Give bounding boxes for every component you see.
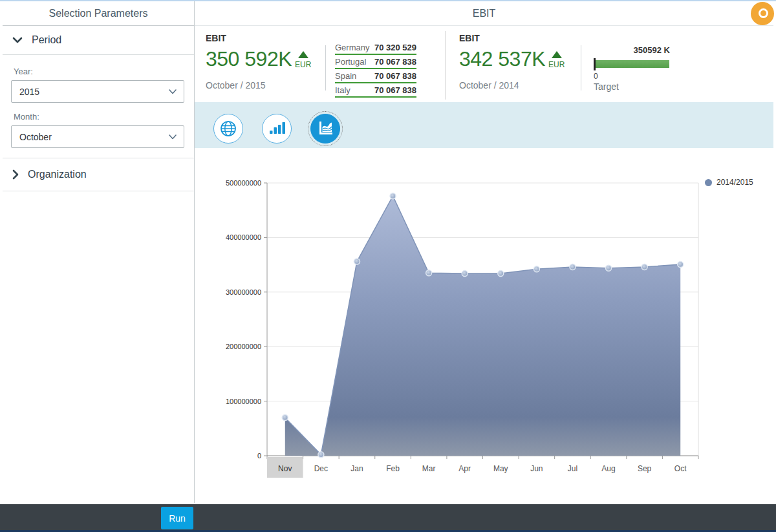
country-row: Portugal70 067 838 <box>335 57 416 69</box>
kpi-title: EBIT <box>206 33 226 43</box>
globe-icon <box>219 120 237 138</box>
chart-region: 0100000000200000000300000000400000000500… <box>195 149 773 503</box>
data-point <box>498 271 504 277</box>
run-button[interactable]: Run <box>161 507 193 529</box>
selection-parameters-panel: Selection Parameters Period Year: 2015 M… <box>3 1 195 503</box>
trend-up-icon <box>298 51 308 58</box>
x-axis-label: Feb <box>386 464 400 473</box>
kpi-subtitle: October / 2014 <box>459 80 519 90</box>
x-axis-label: Jun <box>530 464 543 473</box>
section-period-label: Period <box>32 34 61 46</box>
chart-legend[interactable]: 2014/2015 <box>705 178 753 187</box>
kpi-value: 342 537K <box>459 48 545 70</box>
window-border-top <box>0 0 776 1</box>
x-axis-label: Mar <box>422 464 436 473</box>
month-label: Month: <box>14 112 186 122</box>
kpi-unit: EUR <box>295 60 311 69</box>
data-point <box>390 193 396 199</box>
month-select-value: October <box>19 132 52 142</box>
ebit-area-chart[interactable]: 0100000000200000000300000000400000000500… <box>213 165 731 495</box>
avatar-ring-icon <box>759 8 768 18</box>
country-row: Spain70 067 838 <box>335 71 416 83</box>
svg-text:400000000: 400000000 <box>226 233 261 241</box>
data-point <box>462 271 468 277</box>
page-title: EBIT <box>473 8 496 19</box>
tab-area-chart-view[interactable] <box>310 114 340 144</box>
x-axis-label: May <box>493 464 508 473</box>
country-name: Italy <box>335 85 350 95</box>
country-value: 70 067 838 <box>374 85 416 95</box>
x-axis-label: Sep <box>638 464 652 473</box>
sidebar-title: Selection Parameters <box>3 1 194 26</box>
data-point <box>534 266 539 272</box>
main-header: EBIT <box>195 1 773 26</box>
section-organization-toggle[interactable]: Organization <box>3 158 194 191</box>
country-name: Spain <box>335 71 356 81</box>
data-point <box>570 264 576 270</box>
kpi-unit: EUR <box>548 60 565 69</box>
bullet-track <box>594 58 671 70</box>
kpi-value: 350 592K <box>206 48 292 70</box>
window-border-right <box>773 0 776 532</box>
chevron-right-icon <box>12 169 19 180</box>
target-bullet-chart: 350592 K 0 Target <box>594 45 671 92</box>
bullet-value-label: 350592 K <box>594 45 670 55</box>
window-border-left <box>0 0 3 532</box>
kpi-tile-2015[interactable]: EBIT 350 592K EUR October / 2015 Germany… <box>195 26 445 103</box>
bar-chart-icon <box>268 120 286 138</box>
bullet-bar <box>596 60 669 68</box>
x-axis-label: Nov <box>278 464 292 473</box>
svg-text:0: 0 <box>257 452 261 460</box>
tab-bar-chart-view[interactable] <box>262 114 292 144</box>
svg-text:200000000: 200000000 <box>226 343 261 350</box>
chevron-down-icon <box>169 89 177 94</box>
kpi-row: EBIT 350 592K EUR October / 2015 Germany… <box>195 26 773 103</box>
country-value: 70 320 529 <box>374 43 416 52</box>
trend-up-icon <box>552 51 562 58</box>
period-form: Year: 2015 Month: October <box>3 55 194 158</box>
bullet-axis-label: Target <box>594 81 671 92</box>
chart-type-tabstrip <box>195 102 773 148</box>
svg-text:500000000: 500000000 <box>226 179 261 187</box>
divider <box>325 45 326 90</box>
kpi-tile-2014[interactable]: EBIT 342 537K EUR October / 2014 350592 … <box>446 26 773 103</box>
chevron-down-icon <box>169 134 177 140</box>
bullet-min-label: 0 <box>594 72 671 81</box>
data-point <box>678 262 684 268</box>
x-axis-label: Aug <box>601 464 615 473</box>
data-point <box>318 452 324 458</box>
year-label: Year: <box>14 67 186 76</box>
main-pane: EBIT EBIT 350 592K EUR October / 2015 Ge… <box>195 1 773 503</box>
x-axis-label: Jan <box>350 464 363 473</box>
data-point <box>354 259 360 264</box>
app-window: Selection Parameters Period Year: 2015 M… <box>0 0 776 532</box>
country-value: 70 067 838 <box>374 57 416 67</box>
country-name: Germany <box>335 43 369 52</box>
area-chart-icon <box>316 120 334 138</box>
x-axis-label: Dec <box>314 464 328 473</box>
year-select-value: 2015 <box>19 87 39 97</box>
legend-dot-icon <box>705 179 712 186</box>
data-point <box>641 264 647 270</box>
data-point <box>426 270 432 276</box>
country-value: 70 067 838 <box>374 71 416 81</box>
legend-series-label: 2014/2015 <box>717 178 753 187</box>
country-row: Germany70 320 529 <box>335 43 416 55</box>
data-point <box>606 265 612 271</box>
x-axis-label: Oct <box>674 464 687 473</box>
user-avatar[interactable] <box>751 2 774 25</box>
x-axis-label: Apr <box>458 464 471 473</box>
tab-map-view[interactable] <box>213 114 243 144</box>
country-breakdown-list: Germany70 320 529Portugal70 067 838Spain… <box>335 43 416 100</box>
divider <box>581 45 581 90</box>
country-row: Italy70 067 838 <box>335 85 416 98</box>
svg-text:100000000: 100000000 <box>226 398 261 405</box>
section-period-toggle[interactable]: Period <box>3 26 194 55</box>
data-point <box>282 414 288 420</box>
kpi-title: EBIT <box>459 33 480 43</box>
kpi-subtitle: October / 2015 <box>206 80 266 90</box>
year-select[interactable]: 2015 <box>11 80 184 103</box>
month-select[interactable]: October <box>11 125 184 148</box>
section-organization-label: Organization <box>28 169 87 180</box>
country-name: Portugal <box>335 57 366 67</box>
